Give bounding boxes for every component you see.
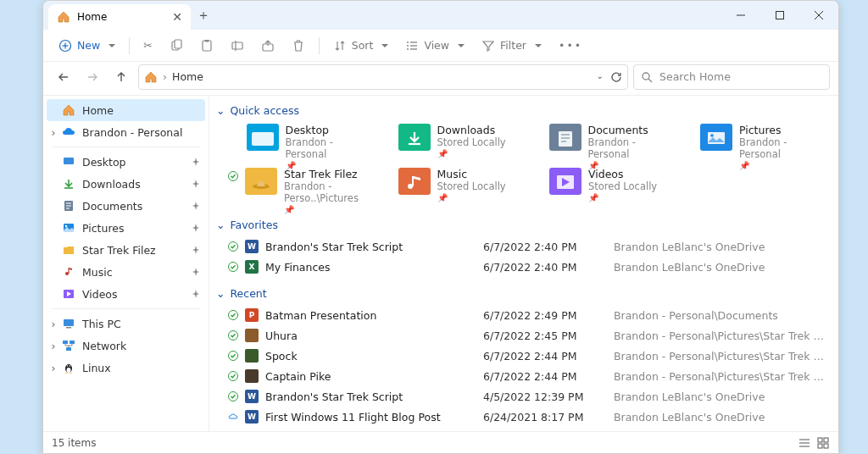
folder-icon: [62, 243, 75, 257]
file-row[interactable]: PBatman Presentation6/7/2022 2:49 PMBran…: [228, 305, 828, 325]
file-row[interactable]: Captain Pike6/7/2022 2:44 PMBrandon - Pe…: [228, 366, 828, 386]
file-row[interactable]: Spock6/7/2022 2:44 PMBrandon - Personal\…: [228, 346, 828, 366]
sync-ok-icon: [228, 171, 238, 181]
paste-button[interactable]: [193, 33, 220, 58]
folder-icon: [245, 168, 277, 195]
chevron-right-icon[interactable]: ›: [48, 126, 58, 139]
sidebar-item-home[interactable]: Home: [47, 99, 205, 121]
image-thumbnail: [245, 369, 259, 383]
file-row[interactable]: WBrandon's Star Trek Script4/5/2022 12:3…: [228, 386, 828, 407]
svg-rect-10: [204, 40, 209, 42]
chevron-down-icon[interactable]: ⌄: [597, 71, 604, 83]
file-row[interactable]: WFirst Windows 11 Flight Blog Post6/24/2…: [228, 407, 828, 427]
filter-button[interactable]: Filter: [475, 33, 548, 58]
item-count: 15 items: [52, 437, 96, 449]
sidebar-item-star-trek-filez[interactable]: Star Trek Filez: [43, 239, 209, 261]
sidebar-item-thispc[interactable]: › This PC: [43, 313, 209, 335]
address-bar[interactable]: › Home ⌄: [138, 64, 628, 90]
refresh-button[interactable]: [610, 71, 622, 83]
file-row[interactable]: WBrandon's Star Trek Script6/7/2022 2:40…: [228, 236, 828, 257]
quick-access-item[interactable]: PicturesBrandon - Personal📌: [682, 124, 829, 164]
svg-rect-22: [64, 158, 74, 164]
sidebar-item-documents[interactable]: Documents: [43, 195, 209, 217]
folder-icon: [62, 287, 75, 301]
folder-icon: [247, 124, 279, 151]
filter-icon: [481, 39, 495, 53]
network-icon: [62, 339, 75, 352]
pin-icon: 📌: [437, 193, 506, 202]
pc-icon: [62, 317, 75, 330]
delete-button[interactable]: [285, 33, 312, 58]
quick-access-item[interactable]: DocumentsBrandon - Personal📌: [531, 124, 677, 164]
up-button[interactable]: [109, 65, 133, 89]
cloud-icon: [62, 125, 75, 139]
sidebar-item-network[interactable]: › Network: [43, 335, 209, 357]
pin-icon: 📌: [588, 193, 657, 202]
file-row[interactable]: XMy Finances6/7/2022 2:40 PMBrandon LeBl…: [228, 257, 828, 277]
cut-button[interactable]: ✂: [136, 33, 159, 58]
sidebar-item-linux[interactable]: › Linux: [43, 357, 209, 379]
trash-icon: [292, 39, 305, 53]
sort-icon: [333, 39, 347, 53]
quick-access-item[interactable]: DesktopBrandon - Personal📌: [228, 124, 375, 164]
more-button[interactable]: •••: [552, 33, 589, 58]
svg-rect-65: [818, 438, 822, 442]
cloud-icon: [228, 412, 238, 422]
sidebar-item-pictures[interactable]: Pictures: [43, 217, 209, 239]
rename-icon: [231, 39, 244, 53]
sync-ok-icon: [228, 330, 238, 340]
sync-ok-icon: [228, 391, 238, 401]
copy-button[interactable]: [163, 33, 190, 58]
view-button[interactable]: View: [398, 33, 471, 58]
file-type-icon: W: [245, 410, 259, 424]
maximize-button[interactable]: [760, 1, 799, 30]
quick-access-item[interactable]: MusicStored Locally📌: [380, 168, 526, 208]
folder-icon: [62, 265, 75, 279]
folder-icon: [62, 177, 75, 191]
breadcrumb-location[interactable]: Home: [172, 70, 203, 83]
tab-home[interactable]: Home ✕: [48, 4, 191, 30]
sidebar-item-onedrive[interactable]: › Brandon - Personal: [43, 121, 209, 143]
quick-access-item[interactable]: DownloadsStored Locally📌: [380, 124, 526, 164]
quick-access-item[interactable]: VideosStored Locally📌: [531, 168, 677, 208]
status-bar: 15 items: [43, 431, 838, 453]
chevron-down-icon: ⌄: [216, 287, 225, 300]
details-view-button[interactable]: [798, 436, 811, 450]
file-type-icon: W: [245, 240, 259, 253]
svg-rect-44: [559, 131, 572, 147]
chevron-right-icon[interactable]: ›: [48, 318, 58, 330]
forward-button[interactable]: [81, 65, 104, 89]
svg-rect-34: [66, 327, 71, 329]
sort-button[interactable]: Sort: [326, 33, 396, 58]
sidebar-item-downloads[interactable]: Downloads: [43, 173, 209, 195]
scissors-icon: ✂: [143, 39, 152, 52]
svg-rect-8: [175, 40, 181, 48]
search-input[interactable]: Search Home: [633, 64, 830, 90]
chevron-right-icon[interactable]: ›: [48, 362, 58, 374]
share-button[interactable]: [254, 33, 281, 58]
close-window-button[interactable]: [799, 1, 838, 30]
section-quick-access[interactable]: ⌄ Quick access: [213, 101, 828, 120]
file-type-icon: X: [245, 260, 259, 274]
section-recent[interactable]: ⌄ Recent: [213, 284, 828, 303]
minimize-button[interactable]: [721, 1, 760, 30]
sidebar-item-desktop[interactable]: Desktop: [43, 151, 209, 173]
file-row[interactable]: Uhura6/7/2022 2:45 PMBrandon - Personal\…: [228, 325, 828, 346]
sync-ok-icon: [228, 262, 238, 272]
thumbnails-view-button[interactable]: [816, 436, 830, 450]
quick-access-item[interactable]: Star Trek FilezBrandon - Perso..\Picture…: [228, 168, 375, 208]
sidebar-item-videos[interactable]: Videos: [43, 283, 209, 305]
svg-point-39: [67, 368, 71, 373]
sidebar-item-music[interactable]: Music: [43, 261, 209, 283]
back-button[interactable]: [52, 65, 75, 89]
folder-icon: [549, 168, 581, 195]
svg-rect-68: [824, 444, 828, 448]
tab-close-icon[interactable]: ✕: [172, 10, 182, 24]
chevron-right-icon[interactable]: ›: [48, 340, 58, 352]
new-tab-button[interactable]: ＋: [191, 7, 216, 25]
new-button[interactable]: New: [52, 33, 122, 58]
home-icon: [144, 70, 158, 84]
section-favorites[interactable]: ⌄ Favorites: [213, 215, 828, 235]
title-bar[interactable]: Home ✕ ＋: [43, 1, 838, 30]
rename-button[interactable]: [224, 33, 251, 58]
